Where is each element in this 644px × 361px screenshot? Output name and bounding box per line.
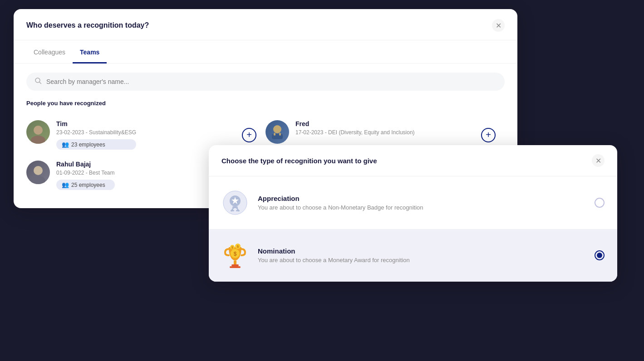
nomination-radio[interactable] bbox=[595, 250, 605, 260]
nomination-name: Nomination bbox=[258, 247, 585, 255]
svg-point-4 bbox=[273, 125, 281, 133]
section-label: People you have recognized bbox=[26, 100, 505, 107]
person-name-fred: Fred bbox=[295, 120, 415, 127]
employee-count-rahul: 25 employees bbox=[71, 182, 105, 188]
avatar-rahul bbox=[26, 161, 50, 184]
recognition-modal: Choose the type of recognition you want … bbox=[209, 145, 617, 282]
appreciation-text: Appreciation You are about to choose a N… bbox=[258, 195, 585, 211]
svg-point-8 bbox=[34, 166, 43, 175]
svg-rect-7 bbox=[279, 133, 281, 136]
close-icon: ✕ bbox=[496, 21, 501, 30]
appreciation-icon-wrap bbox=[221, 189, 249, 216]
tab-teams[interactable]: Teams bbox=[73, 40, 107, 63]
person-date-tim: 23-02-2023 - Sustainability&ESG bbox=[56, 129, 136, 136]
avatar-fred bbox=[265, 120, 289, 144]
add-button-fred[interactable]: + bbox=[481, 128, 496, 142]
nomination-option[interactable]: $ $ $ Nomination You are about to choose… bbox=[209, 229, 617, 282]
employees-icon: 👥 bbox=[62, 141, 69, 148]
modal-title: Who deserves a recognition today? bbox=[26, 21, 149, 29]
svg-text:$: $ bbox=[231, 246, 233, 249]
rec-close-icon: ✕ bbox=[595, 156, 601, 165]
person-info-rahul: Rahul Bajaj 01-09-2022 - Best Team 👥 25 … bbox=[56, 161, 115, 190]
svg-rect-6 bbox=[274, 133, 275, 136]
svg-point-9 bbox=[31, 176, 45, 184]
employee-badge-rahul: 👥 25 employees bbox=[56, 180, 115, 190]
appreciation-icon bbox=[222, 190, 248, 215]
svg-rect-15 bbox=[236, 210, 240, 211]
person-name-tim: Tim bbox=[56, 120, 136, 127]
add-button-tim[interactable]: + bbox=[242, 128, 256, 142]
person-name-rahul: Rahul Bajaj bbox=[56, 161, 115, 168]
svg-point-2 bbox=[34, 126, 43, 135]
search-area bbox=[14, 63, 517, 100]
svg-line-1 bbox=[39, 82, 41, 84]
svg-text:$: $ bbox=[234, 251, 237, 257]
appreciation-radio[interactable] bbox=[595, 198, 605, 208]
svg-rect-16 bbox=[231, 264, 239, 266]
person-date-fred: 17-02-2023 - DEI (Diversity, Equity and … bbox=[295, 129, 415, 136]
appreciation-option[interactable]: Appreciation You are about to choose a N… bbox=[209, 176, 617, 229]
svg-text:$: $ bbox=[237, 244, 239, 249]
nomination-desc: You are about to choose a Monetary Award… bbox=[258, 257, 585, 263]
rec-modal-header: Choose the type of recognition you want … bbox=[209, 145, 617, 176]
employee-badge-tim: 👥 23 employees bbox=[56, 139, 136, 150]
modal-header: Who deserves a recognition today? ✕ bbox=[14, 9, 517, 40]
search-input[interactable] bbox=[46, 78, 497, 85]
search-icon bbox=[34, 77, 42, 86]
person-info-fred: Fred 17-02-2023 - DEI (Diversity, Equity… bbox=[295, 120, 415, 136]
rec-modal-title: Choose the type of recognition you want … bbox=[221, 157, 377, 165]
tabs-row: Colleagues Teams bbox=[14, 40, 517, 63]
nomination-icon-wrap: $ $ $ bbox=[221, 242, 249, 269]
appreciation-name: Appreciation bbox=[258, 195, 585, 202]
svg-rect-24 bbox=[234, 261, 236, 264]
person-info-tim: Tim 23-02-2023 - Sustainability&ESG 👥 23… bbox=[56, 120, 136, 150]
svg-rect-5 bbox=[272, 134, 283, 139]
person-date-rahul: 01-09-2022 - Best Team bbox=[56, 170, 115, 176]
rec-modal-close-button[interactable]: ✕ bbox=[592, 154, 605, 167]
svg-rect-17 bbox=[230, 266, 241, 268]
svg-point-3 bbox=[31, 136, 45, 144]
employee-count-tim: 23 employees bbox=[71, 141, 105, 148]
tab-colleagues[interactable]: Colleagues bbox=[26, 40, 73, 63]
avatar-tim bbox=[26, 120, 50, 144]
appreciation-desc: You are about to choose a Non-Monetary B… bbox=[258, 204, 585, 211]
nomination-icon: $ $ $ bbox=[222, 242, 248, 269]
main-modal-close-button[interactable]: ✕ bbox=[492, 19, 505, 32]
nomination-text: Nomination You are about to choose a Mon… bbox=[258, 247, 585, 263]
svg-rect-14 bbox=[231, 210, 234, 211]
employees-icon-rahul: 👥 bbox=[62, 181, 69, 188]
search-box bbox=[26, 73, 505, 91]
